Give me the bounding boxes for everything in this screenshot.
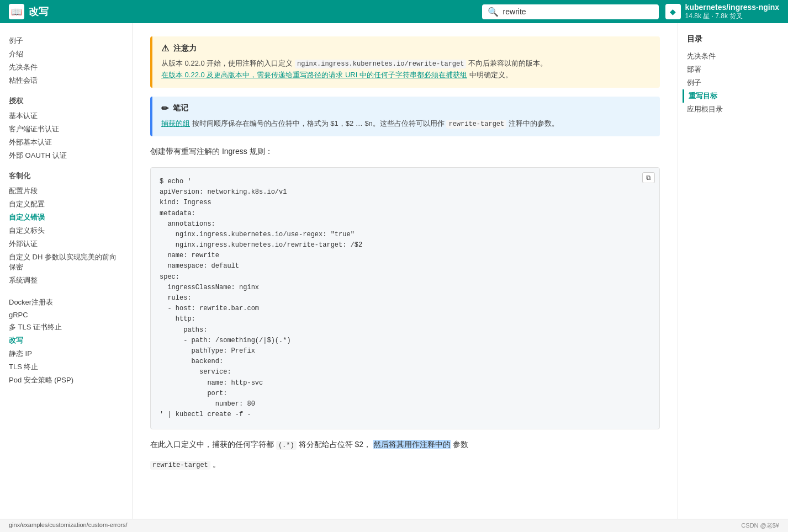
bottom-text-4: 。: [213, 460, 220, 469]
note-text-1: 按时间顺序保存在编号的占位符中，格式为 $1，$2 … $n。这些占位符可以用作: [192, 119, 447, 127]
copy-button[interactable]: ⧉: [642, 172, 655, 183]
note-text-2: 注释中的参数。: [509, 119, 559, 127]
sidebar-item-prerequisites[interactable]: 先决条件: [9, 61, 123, 74]
search-icon: 🔍: [488, 7, 499, 17]
sidebar-item-sys-tuning[interactable]: 系统调整: [9, 274, 123, 287]
section-heading: 创建带有重写注解的 Ingress 规则：: [150, 145, 660, 158]
top-navigation: 📖 改写 🔍 ◆ kubernetes/ingress-nginx 14.8k …: [0, 0, 788, 23]
sidebar-item-external-auth[interactable]: 外部认证: [9, 237, 123, 251]
note-code: rewrite-target: [446, 120, 506, 129]
warning-content: 从版本 0.22.0 开始，使用注释的入口定义 nginx.ingress.ku…: [161, 58, 651, 81]
bottom-credit: CSDN @老$¥: [741, 522, 779, 530]
toc-item-prerequisites[interactable]: 先决条件: [687, 50, 779, 63]
sidebar-item-external-basic[interactable]: 外部基本认证: [9, 136, 123, 149]
bottom-code-2: rewrite-target: [150, 461, 210, 470]
sidebar-item-config-snippet[interactable]: 配置片段: [9, 184, 123, 198]
sidebar-item-rewrite[interactable]: 改写: [9, 334, 123, 347]
sidebar-item-multi-tls[interactable]: 多 TLS 证书终止: [9, 321, 123, 334]
warning-code: nginx.ingress.kubernetes.io/rewrite-targ…: [295, 60, 466, 68]
sidebar-item-grpc[interactable]: gRPC: [9, 309, 123, 321]
bottom-paragraph-2: rewrite-target 。: [150, 458, 660, 471]
repo-info: ◆ kubernetes/ingress-nginx 14.8k 星 · 7.8…: [665, 3, 779, 21]
toc-item-rewrite-target[interactable]: 重写目标: [683, 89, 779, 103]
note-icon: ✏: [161, 103, 168, 114]
toc-item-app-root[interactable]: 应用根目录: [687, 103, 779, 116]
site-title: 改写: [29, 5, 49, 18]
sidebar-item-docker-registry[interactable]: Docker注册表: [9, 296, 123, 309]
repo-icon: ◆: [665, 4, 681, 19]
sidebar-item-intro[interactable]: 介绍: [9, 47, 123, 61]
warning-box: ⚠ 注意力 从版本 0.22.0 开始，使用注释的入口定义 nginx.ingr…: [150, 36, 660, 88]
sidebar-section-auth: 授权 基本认证 客户端证书认证 外部基本认证 外部 OAUTH 认证: [9, 96, 123, 162]
code-block: ⧉ $ echo ' apiVersion: networking.k8s.io…: [150, 167, 660, 429]
warning-title: 注意力: [173, 44, 197, 54]
repo-stats: 14.8k 星 · 7.8k 货叉: [685, 12, 779, 21]
repo-name: kubernetes/ingress-nginx: [685, 3, 779, 12]
sidebar-section-custom: 客制化 配置片段 自定义配置 自定义错误 自定义标头 外部认证 自定义 DH 参…: [9, 171, 123, 287]
toc-sidebar: 目录 先决条件 部署 例子 重写目标 应用根目录: [678, 23, 788, 532]
warning-text-3: 中明确定义。: [469, 71, 512, 79]
sidebar-item-custom-errors[interactable]: 自定义错误: [9, 211, 123, 224]
note-header: ✏ 笔记: [161, 103, 651, 114]
bottom-code-1: (.*): [276, 441, 297, 450]
toc-item-examples[interactable]: 例子: [687, 76, 779, 89]
search-input[interactable]: [503, 7, 653, 16]
left-sidebar: 例子 介绍 先决条件 粘性会话 授权 基本认证 客户端证书认证 外部基本认证 外…: [0, 23, 133, 532]
bottom-highlight: 然后将其用作注释中的: [373, 440, 451, 449]
sidebar-item-sticky[interactable]: 粘性会话: [9, 74, 123, 87]
sidebar-section-title-custom: 客制化: [9, 171, 123, 181]
warning-link[interactable]: 在版本 0.22.0 及更高版本中，需要传递给重写路径的请求 URI 中的任何子…: [161, 71, 467, 79]
logo-area[interactable]: 📖 改写: [9, 4, 49, 19]
sidebar-item-basic-auth[interactable]: 基本认证: [9, 109, 123, 123]
bottom-text-1: 在此入口定义中，捕获的任何字符都: [150, 440, 276, 449]
toc-item-deploy[interactable]: 部署: [687, 63, 779, 76]
sidebar-item-tls-termination[interactable]: TLS 终止: [9, 360, 123, 374]
search-box[interactable]: 🔍: [482, 4, 659, 19]
sidebar-section-1: 例子 介绍 先决条件 粘性会话: [9, 34, 123, 87]
sidebar-section-misc: Docker注册表 gRPC 多 TLS 证书终止 改写 静态 IP TLS 终…: [9, 296, 123, 387]
sidebar-item-custom-config[interactable]: 自定义配置: [9, 198, 123, 211]
logo-icon: 📖: [9, 4, 24, 19]
sidebar-item-psp[interactable]: Pod 安全策略 (PSP): [9, 374, 123, 387]
code-content: $ echo ' apiVersion: networking.k8s.io/v…: [160, 177, 651, 420]
bottom-text-3: 参数: [453, 440, 468, 449]
warning-text-2: 不向后兼容以前的版本。: [468, 59, 547, 67]
note-box: ✏ 笔记 捕获的组 按时间顺序保存在编号的占位符中，格式为 $1，$2 … $n…: [150, 97, 660, 136]
bottom-text-2: 将分配给占位符 $2，: [299, 440, 371, 449]
warning-header: ⚠ 注意力: [161, 43, 651, 54]
sidebar-item-examples[interactable]: 例子: [9, 34, 123, 47]
sidebar-item-static-ip[interactable]: 静态 IP: [9, 347, 123, 360]
sidebar-item-dh-param[interactable]: 自定义 DH 参数以实现完美的前向保密: [9, 251, 123, 274]
sidebar-item-oauth[interactable]: 外部 OAUTH 认证: [9, 149, 123, 162]
note-title: 笔记: [173, 103, 188, 113]
sidebar-section-title-auth: 授权: [9, 96, 123, 106]
note-content: 捕获的组 按时间顺序保存在编号的占位符中，格式为 $1，$2 … $n。这些占位…: [161, 118, 651, 130]
sidebar-item-client-cert[interactable]: 客户端证书认证: [9, 123, 123, 136]
toc-title: 目录: [687, 34, 779, 44]
bottom-url: ginx/examples/customization/custom-error…: [9, 522, 128, 530]
bottom-paragraph: 在此入口定义中，捕获的任何字符都 (.*) 将分配给占位符 $2， 然后将其用作…: [150, 438, 660, 451]
bottom-bar: ginx/examples/customization/custom-error…: [0, 519, 788, 532]
warning-icon: ⚠: [161, 43, 169, 54]
note-link[interactable]: 捕获的组: [161, 119, 190, 127]
sidebar-item-custom-headers[interactable]: 自定义标头: [9, 224, 123, 237]
main-content: ⚠ 注意力 从版本 0.22.0 开始，使用注释的入口定义 nginx.ingr…: [133, 23, 678, 532]
warning-text-1: 从版本 0.22.0 开始，使用注释的入口定义: [161, 59, 295, 67]
